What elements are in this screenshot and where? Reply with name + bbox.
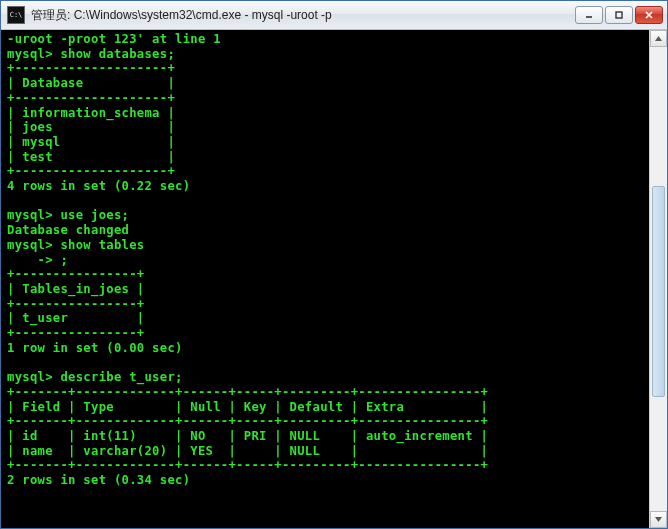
window-buttons xyxy=(575,6,663,24)
close-button[interactable] xyxy=(635,6,663,24)
scroll-down-button[interactable] xyxy=(650,511,667,528)
chevron-up-icon xyxy=(654,34,663,43)
window-title-prefix: 管理员: xyxy=(31,8,74,22)
terminal-viewport[interactable]: -uroot -proot 123' at line 1 mysql> show… xyxy=(1,30,667,528)
maximize-icon xyxy=(614,10,624,20)
minimize-button[interactable] xyxy=(575,6,603,24)
scrollbar-vertical[interactable] xyxy=(649,30,667,528)
cmd-icon-glyph: C:\ xyxy=(10,12,23,19)
scrollbar-track[interactable] xyxy=(650,47,667,511)
scroll-up-button[interactable] xyxy=(650,30,667,47)
cmd-window: C:\ 管理员: C:\Windows\system32\cmd.exe - m… xyxy=(0,0,668,529)
chevron-down-icon xyxy=(654,515,663,524)
terminal-output: -uroot -proot 123' at line 1 mysql> show… xyxy=(7,32,661,488)
svg-marker-5 xyxy=(655,517,662,522)
maximize-button[interactable] xyxy=(605,6,633,24)
cmd-icon: C:\ xyxy=(7,6,25,24)
minimize-icon xyxy=(584,10,594,20)
svg-rect-1 xyxy=(616,12,622,18)
window-title-path: C:\Windows\system32\cmd.exe - mysql -uro… xyxy=(74,8,332,22)
titlebar[interactable]: C:\ 管理员: C:\Windows\system32\cmd.exe - m… xyxy=(1,1,667,30)
svg-marker-4 xyxy=(655,36,662,41)
scrollbar-thumb[interactable] xyxy=(652,186,665,397)
close-icon xyxy=(644,10,654,20)
window-title: 管理员: C:\Windows\system32\cmd.exe - mysql… xyxy=(31,7,575,24)
